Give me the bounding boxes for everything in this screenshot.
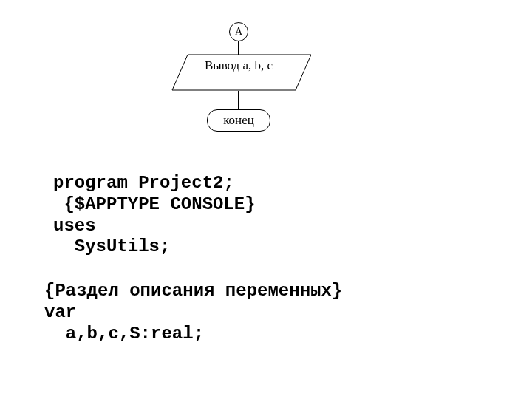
code-block-2: {Раздел описания переменных} var a,b,c,S… xyxy=(44,281,342,344)
flow-line-1 xyxy=(238,41,239,55)
code-line: uses xyxy=(53,216,256,237)
connector-label: A xyxy=(235,26,242,37)
code-line: a,b,c,S:real; xyxy=(44,324,342,345)
code-line: {$APPTYPE CONSOLE} xyxy=(53,194,256,216)
code-block-1: program Project2; {$APPTYPE CONSOLE} use… xyxy=(53,173,256,258)
terminal-text: конец xyxy=(223,113,254,127)
flow-line-2 xyxy=(238,91,239,109)
io-text: Вывод a, b, c xyxy=(194,58,283,74)
connector-circle: A xyxy=(229,22,248,41)
code-line: var xyxy=(44,302,342,324)
code-line: {Раздел описания переменных} xyxy=(44,281,342,302)
code-line: program Project2; xyxy=(53,173,256,194)
terminal-capsule: конец xyxy=(207,109,270,132)
code-line: SysUtils; xyxy=(53,236,256,258)
